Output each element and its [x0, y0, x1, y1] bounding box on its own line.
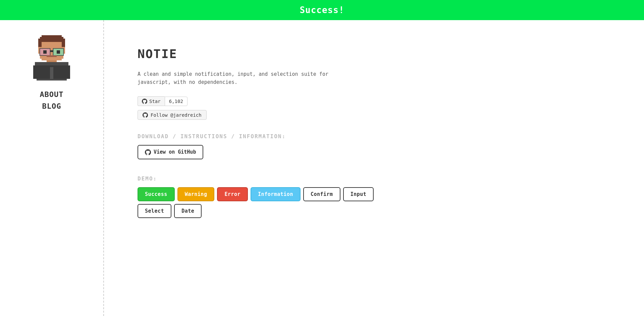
view-github-button[interactable]: View on GitHub	[138, 145, 203, 159]
svg-rect-2	[38, 39, 65, 42]
demo-warning-button[interactable]: Warning	[177, 187, 215, 201]
success-banner: Success!	[0, 0, 644, 20]
follow-label: Follow @jaredreich	[151, 112, 202, 118]
svg-rect-7	[38, 42, 42, 47]
demo-confirm-button[interactable]: Confirm	[303, 187, 340, 201]
svg-rect-25	[50, 67, 53, 79]
demo-buttons-row1: Success Warning Error Information Confir…	[138, 187, 379, 201]
main-content: NOTIE A clean and simple notification, i…	[104, 20, 406, 316]
demo-select-button[interactable]: Select	[138, 204, 171, 218]
avatar	[33, 34, 70, 82]
svg-rect-19	[42, 57, 62, 60]
star-button[interactable]: Star	[138, 96, 165, 106]
star-count: 6,102	[165, 97, 187, 106]
app-description: A clean and simple notification, input, …	[138, 70, 345, 86]
svg-rect-8	[62, 42, 65, 47]
banner-text: Success!	[300, 5, 344, 15]
demo-buttons-row2: Select Date	[138, 204, 379, 218]
view-github-label: View on GitHub	[154, 149, 196, 155]
sidebar-item-blog[interactable]: BLOG	[42, 102, 61, 110]
demo-date-button[interactable]: Date	[174, 204, 202, 218]
svg-rect-16	[43, 50, 47, 54]
github-star-group: Star 6,102	[138, 96, 379, 106]
svg-rect-13	[50, 50, 53, 52]
sidebar-item-about[interactable]: ABOUT	[40, 90, 63, 99]
demo-section: DEMO: Success Warning Error Information …	[138, 175, 379, 218]
sidebar: ABOUT BLOG	[0, 20, 104, 316]
svg-rect-17	[57, 50, 60, 54]
github-icon-star	[142, 98, 147, 104]
star-label: Star	[149, 99, 161, 104]
github-icon-view	[145, 149, 151, 155]
svg-rect-0	[42, 35, 62, 37]
demo-heading: DEMO:	[138, 175, 379, 182]
demo-input-button[interactable]: Input	[343, 187, 374, 201]
github-icon-follow	[143, 112, 148, 118]
download-section: DOWNLOAD / INSTRUCTIONS / INFORMATION: V…	[138, 133, 379, 159]
sidebar-nav: ABOUT BLOG	[40, 90, 63, 110]
download-heading: DOWNLOAD / INSTRUCTIONS / INFORMATION:	[138, 133, 379, 140]
demo-error-button[interactable]: Error	[217, 187, 248, 201]
svg-rect-1	[40, 37, 63, 39]
demo-information-button[interactable]: Information	[251, 187, 301, 201]
svg-rect-18	[47, 55, 57, 57]
app-title: NOTIE	[138, 47, 379, 61]
demo-success-button[interactable]: Success	[138, 187, 175, 201]
follow-button[interactable]: Follow @jaredreich	[138, 110, 207, 120]
